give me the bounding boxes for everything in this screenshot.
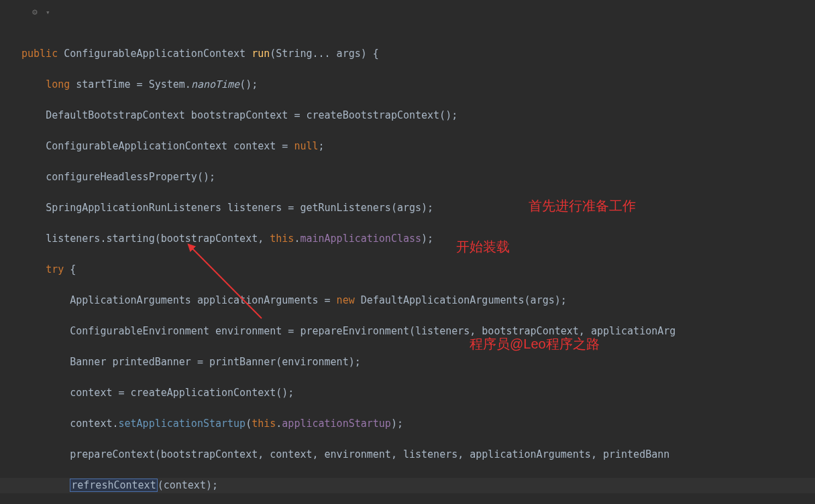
code-line[interactable]: Banner printedBanner = printBanner(envir… xyxy=(0,355,815,370)
annotation-signature: 程序员@Leo程序之路 xyxy=(470,335,600,353)
keyword: this xyxy=(270,233,294,245)
text: DefaultApplicationArguments(args); xyxy=(355,294,567,306)
code-line[interactable]: ConfigurableEnvironment environment = pr… xyxy=(0,324,815,339)
annotation-prepare: 首先进行准备工作 xyxy=(529,197,636,215)
code-line[interactable]: configureHeadlessProperty(); xyxy=(0,170,815,185)
text: context. xyxy=(70,418,118,430)
text: (); xyxy=(239,78,258,90)
text: ); xyxy=(391,418,403,430)
text: ); xyxy=(421,233,433,245)
code-line[interactable]: listeners.starting(bootstrapContext, thi… xyxy=(0,231,815,247)
text: context = createApplicationContext(); xyxy=(70,387,294,399)
text: startTime = System. xyxy=(70,78,191,90)
text: ApplicationArguments applicationArgument… xyxy=(70,294,336,306)
text: . xyxy=(276,418,282,430)
keyword: long xyxy=(46,78,70,90)
text: { xyxy=(64,263,76,275)
code-line[interactable]: long startTime = System.nanoTime(); xyxy=(0,77,815,92)
text: SpringApplicationRunListeners listeners … xyxy=(46,202,433,214)
keyword: public xyxy=(21,48,58,60)
keyword: null xyxy=(294,140,318,152)
keyword: try xyxy=(46,263,64,275)
text: ConfigurableApplicationContext context = xyxy=(46,140,294,152)
code-line[interactable]: prepareContext(bootstrapContext, context… xyxy=(0,447,815,462)
text: ( xyxy=(246,418,252,430)
code-line[interactable]: context = createApplicationContext(); xyxy=(0,385,815,401)
text: DefaultBootstrapContext bootstrapContext… xyxy=(46,109,457,121)
code-line[interactable]: DefaultBootstrapContext bootstrapContext… xyxy=(0,108,815,123)
code-line[interactable]: public ConfigurableApplicationContext ru… xyxy=(0,46,815,62)
text: listeners.starting(bootstrapContext, xyxy=(46,233,270,245)
keyword: new xyxy=(337,294,355,306)
field: applicationStartup xyxy=(282,418,391,430)
code-line[interactable]: SpringApplicationRunListeners listeners … xyxy=(0,200,815,216)
code-line[interactable]: ApplicationArguments applicationArgument… xyxy=(0,293,815,308)
params: (String... args) { xyxy=(270,48,379,60)
text: configureHeadlessProperty(); xyxy=(46,171,215,183)
gutter-override-icon[interactable]: ⚙ xyxy=(32,4,38,19)
selected-text: refreshContext xyxy=(70,479,157,492)
gutter-chevron-icon[interactable]: ▾ xyxy=(46,5,50,20)
method-call: setApplicationStartup xyxy=(119,418,246,430)
code-line-highlighted[interactable]: refreshContext(context); xyxy=(0,478,815,493)
text: (context); xyxy=(158,479,218,491)
code-line[interactable]: context.setApplicationStartup(this.appli… xyxy=(0,416,815,432)
text: Banner printedBanner = printBanner(envir… xyxy=(70,356,360,368)
code-line[interactable]: ConfigurableApplicationContext context =… xyxy=(0,139,815,154)
code-editor[interactable]: ⚙ ▾ public ConfigurableApplicationContex… xyxy=(0,0,815,504)
static-call: nanoTime xyxy=(191,78,239,90)
text: prepareContext(bootstrapContext, context… xyxy=(70,448,669,460)
type: ConfigurableApplicationContext xyxy=(64,48,246,60)
method-name: run xyxy=(252,48,270,60)
keyword: this xyxy=(252,418,276,430)
text: ; xyxy=(319,140,325,152)
annotation-load: 开始装载 xyxy=(456,238,510,256)
field: mainApplicationClass xyxy=(300,233,421,245)
code-line[interactable]: try { xyxy=(0,262,815,277)
